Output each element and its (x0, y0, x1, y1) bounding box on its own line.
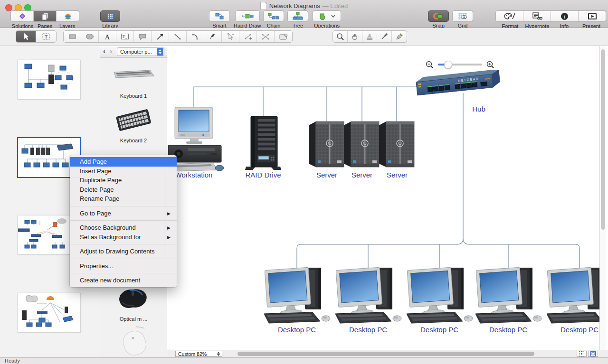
callout-tool[interactable] (134, 31, 152, 42)
arrow-tool[interactable] (152, 31, 169, 42)
chain-button[interactable] (263, 10, 284, 22)
library-item-keyboard1-image[interactable] (112, 66, 155, 81)
page-1-preview (18, 60, 79, 98)
snap-button[interactable] (428, 10, 449, 22)
page-thumbnail-4[interactable] (18, 293, 81, 333)
menu-item-set-as-background-for[interactable]: Set as Background for ▶ (70, 233, 177, 242)
zoom-slider-thumb[interactable] (444, 61, 452, 69)
solutions-button[interactable] (11, 11, 34, 21)
zoom-in-icon[interactable] (486, 61, 494, 69)
rapid-draw-button[interactable] (235, 10, 260, 22)
desktop-pc5-label[interactable]: Desktop PC (544, 326, 599, 334)
smart-button[interactable] (209, 10, 230, 22)
library-item-keyboard1-label[interactable]: Keyboard 1 (100, 93, 167, 99)
chain-icon (268, 12, 279, 20)
split-tool[interactable] (257, 31, 275, 42)
library-back-button[interactable]: ‹ (103, 47, 105, 56)
raid-drive-shape[interactable] (245, 116, 281, 171)
status-bar: Ready (0, 357, 608, 364)
library-category-dropdown[interactable]: Computer p... (117, 47, 164, 56)
select-tool[interactable] (16, 31, 36, 42)
desktop-pc2-label[interactable]: Desktop PC (332, 326, 404, 334)
layers-button[interactable] (57, 11, 79, 21)
desktop-pc3-shape[interactable] (404, 265, 475, 324)
eyedropper-tool[interactable] (377, 31, 392, 42)
menu-item-properties[interactable]: Properties... (70, 261, 177, 271)
magnifier-tool[interactable] (333, 31, 348, 42)
grid-button[interactable] (452, 10, 473, 22)
library-item-keyboard2-image[interactable] (114, 107, 152, 132)
style-brush-tool[interactable] (392, 31, 407, 42)
desktop-pc2-shape[interactable] (332, 265, 404, 324)
hub-label[interactable]: Hub (465, 105, 493, 113)
menu-item-create-new-document[interactable]: Create new document (70, 276, 177, 285)
add-point-tool[interactable] (239, 31, 257, 42)
format-button[interactable] (496, 11, 523, 21)
stamp-tool[interactable] (362, 31, 377, 42)
library-forward-button[interactable]: › (110, 47, 112, 56)
library-category-value: Computer p... (117, 49, 157, 55)
info-button[interactable]: i (551, 11, 579, 21)
menu-item-add-page[interactable]: Add Page (70, 157, 177, 167)
desktop-pc1-shape[interactable] (261, 265, 332, 324)
menu-item-rename-page[interactable]: Rename Page (70, 194, 177, 204)
pen-tool[interactable] (204, 31, 222, 42)
menu-item-duplicate-page[interactable]: Duplicate Page (70, 176, 177, 185)
edit-nodes-tool[interactable] (222, 31, 239, 42)
fit-page-button[interactable] (588, 351, 598, 357)
library-item-keyboard2-label[interactable]: Keyboard 2 (100, 138, 167, 143)
curve-tool[interactable] (187, 31, 204, 42)
textbox-tool[interactable]: T (116, 31, 134, 42)
zoom-level-select[interactable]: Custom 82% (175, 351, 222, 357)
menu-item-go-to-page[interactable]: Go to Page ▶ (70, 209, 177, 218)
solutions-icon (18, 12, 27, 20)
canvas-vertical-scrollbar[interactable] (599, 46, 606, 350)
text-select-tool[interactable]: T (36, 31, 56, 42)
desktop-pc4-label[interactable]: Desktop PC (473, 326, 544, 334)
edited-badge: — Edited (323, 2, 348, 9)
frame-tool[interactable] (275, 31, 292, 42)
horizontal-scrollbar-thumb[interactable] (238, 352, 534, 356)
pan-tool[interactable] (348, 31, 362, 42)
desktop-pc4-shape[interactable] (473, 265, 544, 324)
page-thumbnail-1[interactable] (18, 60, 81, 100)
operations-button[interactable] (313, 10, 341, 22)
menu-item-insert-page[interactable]: Insert Page (70, 167, 177, 176)
line-tool[interactable] (169, 31, 187, 42)
ellipse-tool[interactable] (81, 31, 99, 42)
raid-drive-label[interactable]: RAID Drive (239, 171, 287, 179)
pages-button[interactable] (34, 11, 57, 21)
desktop-pc5-shape[interactable] (544, 265, 599, 324)
pan-view-button[interactable] (577, 351, 587, 357)
shape-tools-group: A T (63, 30, 293, 43)
magnifier-icon (336, 33, 344, 40)
rectangle-icon (68, 33, 76, 40)
menu-item-adjust-to-drawing-contents[interactable]: Adjust to Drawing Contents (70, 247, 177, 256)
vertical-scrollbar-thumb[interactable] (601, 49, 605, 230)
desktop-pc3-label[interactable]: Desktop PC (404, 326, 475, 334)
menu-separator (70, 273, 177, 273)
hypernote-button[interactable] (523, 11, 551, 21)
server3-shape[interactable] (379, 121, 415, 168)
desktop-pc1-label[interactable]: Desktop PC (261, 326, 332, 334)
library-item-optical-mouse-label[interactable]: Optical m ... (100, 316, 167, 322)
menu-separator (70, 259, 177, 259)
inspector-group: i (495, 10, 606, 22)
workstation-label[interactable]: Workstation (170, 171, 218, 179)
server1-shape[interactable] (309, 121, 345, 168)
hub-shape[interactable] (414, 70, 500, 101)
server3-label[interactable]: Server (373, 171, 421, 179)
rectangle-tool[interactable] (64, 31, 81, 42)
library-item-optical-mouse-image[interactable] (116, 287, 150, 310)
server2-shape[interactable] (344, 121, 380, 168)
drawing-canvas[interactable]: Hub Workstation RAID Drive Server Server… (167, 46, 599, 350)
present-button[interactable] (579, 11, 606, 21)
menu-item-choose-background[interactable]: Choose Background ▶ (70, 223, 177, 233)
tree-button[interactable] (287, 10, 308, 22)
text-tool[interactable]: A (99, 31, 116, 42)
library-button[interactable] (100, 10, 120, 22)
library-item-apple-mouse-image[interactable] (118, 326, 151, 356)
menu-item-delete-page[interactable]: Delete Page (70, 185, 177, 195)
zoom-out-icon[interactable] (426, 61, 434, 69)
context-menu: Add Page Insert Page Duplicate Page Dele… (70, 155, 177, 287)
